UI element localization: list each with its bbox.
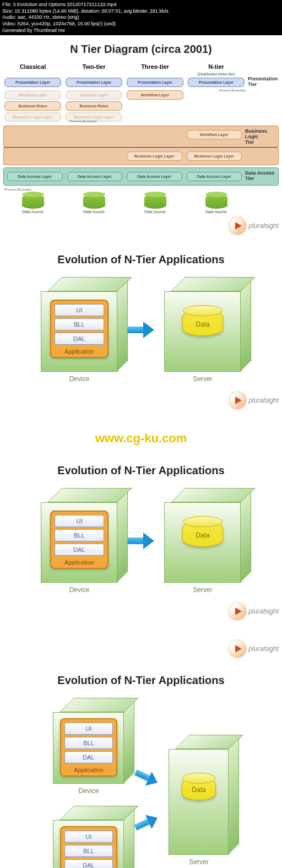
- layer-business-logic: Business Logic Layer: [127, 151, 182, 161]
- layer-ui: UI: [64, 723, 113, 735]
- arrow-icon: [133, 812, 160, 834]
- application-panel: UI BLL DAL Application: [50, 300, 109, 358]
- business-logic-tier-band-2: Business Logic Layer Business Logic Laye…: [3, 147, 279, 165]
- play-icon: [229, 392, 246, 409]
- device-box: UI BLL DAL Application Device: [53, 806, 124, 868]
- logo-spacer: pluralsight: [0, 631, 282, 659]
- layer-bll: BLL: [55, 529, 104, 541]
- layer-bll: BLL: [64, 737, 113, 749]
- process-boundary-label: Process Boundary: [4, 188, 279, 191]
- data-cylinder: Data: [182, 310, 223, 336]
- meta-generated: Generated by Thumbnail me: [2, 28, 280, 34]
- device-label: Device: [41, 583, 118, 594]
- application-panel: UI BLL DAL Application: [60, 718, 117, 777]
- tier-label-presentation: Presentation Tier: [248, 76, 279, 89]
- layer-presentation: Presentation Layer: [188, 78, 245, 87]
- layer-presentation: Presentation Layer: [127, 78, 183, 87]
- server-label: Server: [164, 583, 241, 594]
- col-sub-n-tier: (Distributed three-tier): [187, 72, 246, 76]
- play-icon: [229, 217, 246, 235]
- pluralsight-logo: pluralsight: [229, 392, 279, 409]
- arrow-icon: [133, 767, 160, 789]
- data-source: Data Source: [187, 194, 246, 214]
- layer-ui: UI: [55, 515, 104, 527]
- data-source: Data Source: [126, 194, 185, 214]
- server-label: Server: [169, 855, 229, 866]
- server-label: Server: [164, 372, 241, 383]
- slide-title: N Tier Diagram (circa 2001): [0, 35, 282, 61]
- layer-data-access: Data Access Layer: [127, 172, 182, 181]
- slide-title: Evolution of N-Tier Applications: [0, 457, 282, 482]
- layer-workflow: Workflow Layer: [187, 130, 242, 139]
- layer-dal: DAL: [64, 859, 113, 868]
- col-head-classical: Classical: [3, 63, 62, 70]
- layer-ui: UI: [64, 831, 113, 843]
- play-icon: [229, 640, 246, 658]
- device-label: Device: [41, 372, 118, 383]
- col-head-n-tier: N-tier: [187, 63, 246, 70]
- slide-title: Evolution of N-Tier Applications: [0, 246, 282, 272]
- layer-business-logic: Business Logic Layer: [187, 151, 242, 161]
- col-head-three-tier: Three-tier: [126, 63, 185, 70]
- play-icon: [229, 603, 246, 620]
- layer-workflow-faded: Workflow Layer: [66, 90, 122, 100]
- device-box: UI BLL DAL Application Device: [53, 698, 124, 795]
- application-panel: UI BLL DAL Application: [60, 826, 117, 868]
- server-box: Data Server: [164, 488, 241, 594]
- pluralsight-logo: pluralsight: [229, 603, 279, 620]
- tier-label-business-logic: Business Logic Tier: [245, 128, 276, 145]
- application-label: Application: [55, 347, 104, 355]
- arrow-icon: [128, 534, 154, 547]
- application-label: Application: [64, 766, 113, 773]
- meta-file: File: 3 Evolution and Options 2012071721…: [2, 2, 280, 8]
- layer-workflow: Workflow Layer: [127, 90, 183, 100]
- slide-ntier-diagram: N Tier Diagram (circa 2001) Classical Tw…: [0, 35, 282, 236]
- layer-data-access: Data Access Layer: [67, 172, 123, 181]
- layer-presentation: Presentation Layer: [4, 78, 61, 87]
- process-boundary-label: Process Boundary: [70, 120, 97, 123]
- data-source: Data Source: [64, 194, 123, 214]
- layer-ui: UI: [55, 304, 104, 316]
- layer-dal: DAL: [55, 544, 104, 556]
- arrow-icon: [128, 323, 154, 337]
- layer-dal: DAL: [55, 333, 104, 345]
- process-boundary-label: Process Boundary: [187, 89, 246, 92]
- business-logic-tier-band: Process Boundary Workflow Layer Business…: [3, 126, 279, 148]
- layer-data-access: Data Access Layer: [7, 172, 63, 181]
- layer-presentation: Presentation Layer: [66, 78, 122, 87]
- slide-evolution-2: Evolution of N-Tier Applications UI BLL …: [0, 457, 282, 621]
- meta-video: Video: h264, yuv420p, 1024x768, 15.00 fp…: [2, 21, 280, 28]
- layer-business-logic-faded: Business Logic Layer: [4, 112, 61, 122]
- device-box: UI BLL DAL Application Device: [41, 488, 118, 594]
- device-label: Device: [53, 784, 124, 795]
- data-cylinder: Data: [182, 520, 223, 547]
- device-box: UI BLL DAL Application Device: [41, 277, 118, 383]
- layer-dal: DAL: [64, 751, 113, 763]
- layer-data-access: Data Access Layer: [187, 172, 242, 181]
- col-head-two-tier: Two-tier: [64, 63, 123, 70]
- watermark: www.cg-ku.com: [0, 420, 282, 457]
- layer-business-rules: Business Rules: [4, 101, 61, 111]
- data-access-tier-band: Data Access Layer Data Access Layer Data…: [3, 167, 279, 186]
- meta-size: Size: 15 311080 bytes (14.60 MiB), durat…: [2, 8, 280, 15]
- application-label: Application: [55, 558, 104, 566]
- slide-evolution-3: Evolution of N-Tier Applications UI BLL …: [0, 666, 282, 868]
- application-panel: UI BLL DAL Application: [50, 511, 109, 569]
- server-box: Data Server: [169, 735, 229, 866]
- file-metadata: File: 3 Evolution and Options 2012071721…: [0, 0, 282, 35]
- data-cylinder: Data: [182, 777, 216, 800]
- layer-workflow-faded: Workflow Layer: [4, 90, 61, 100]
- layer-business-rules: Business Rules: [66, 101, 122, 111]
- tier-label-data-access: Data Access Tier: [245, 170, 276, 183]
- slide-title: Evolution of N-Tier Applications: [0, 666, 282, 692]
- layer-bll: BLL: [55, 318, 104, 330]
- server-box: Data Server: [164, 277, 241, 383]
- layer-bll: BLL: [64, 845, 113, 857]
- meta-audio: Audio: aac, 44100 Hz, stereo (eng): [2, 14, 280, 21]
- slide-evolution-1: Evolution of N-Tier Applications UI BLL …: [0, 246, 282, 410]
- pluralsight-logo: pluralsight: [229, 217, 279, 235]
- data-source: Data Source: [3, 194, 62, 214]
- pluralsight-logo: pluralsight: [229, 640, 279, 658]
